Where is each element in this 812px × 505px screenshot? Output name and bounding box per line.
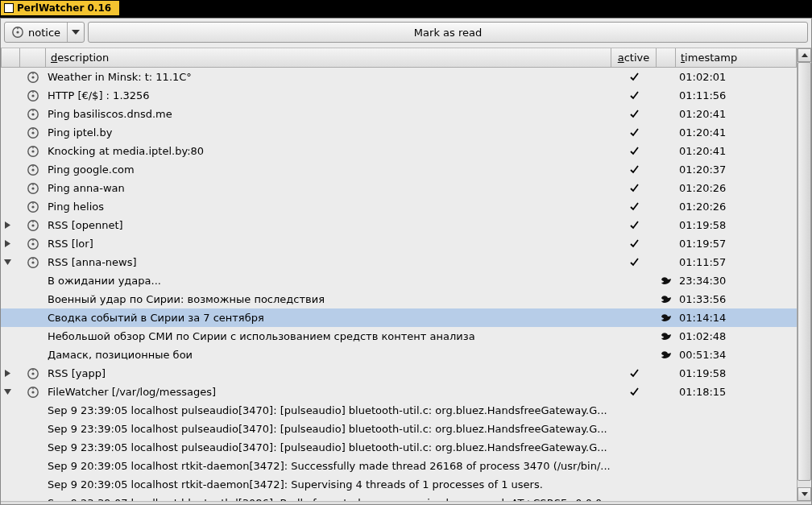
row-description: Небольшой обзор СМИ по Сирии с использов… — [46, 330, 611, 342]
scroll-down-button[interactable] — [798, 487, 811, 501]
table-row[interactable]: Sep 9 23:39:07 localhost bluetoothd[3086… — [1, 494, 797, 501]
window-control-icon[interactable] — [4, 3, 14, 13]
notice-icon — [20, 256, 46, 269]
table-row[interactable]: Sep 9 20:39:05 localhost rtkit-daemon[34… — [1, 457, 797, 475]
header-active[interactable]: active — [611, 48, 657, 67]
table-row[interactable]: Knocking at media.iptel.by:8001:20:41 — [1, 142, 797, 160]
row-active-checkbox[interactable] — [611, 110, 657, 118]
row-active-checkbox[interactable] — [611, 147, 657, 155]
svg-point-17 — [31, 205, 34, 208]
row-description: Sep 9 20:39:05 localhost rtkit-daemon[34… — [46, 460, 611, 472]
svg-point-7 — [31, 113, 34, 115]
row-description: RSS [lor] — [46, 238, 611, 250]
mark-as-read-button[interactable]: Mark as read — [88, 22, 808, 43]
news-bird-icon — [657, 350, 676, 360]
table-row[interactable]: Ping helios01:20:26 — [1, 197, 797, 216]
news-bird-icon — [657, 332, 676, 341]
table-row[interactable]: RSS [opennet]01:19:58 — [1, 216, 797, 234]
row-active-checkbox[interactable] — [611, 72, 657, 81]
table-row[interactable]: Weather in Minsk: t: 11.1C°01:02:01 — [1, 68, 797, 86]
row-timestamp: 01:20:26 — [676, 201, 797, 213]
notice-icon — [20, 386, 46, 399]
row-active-checkbox[interactable] — [611, 128, 657, 137]
header-icon[interactable] — [20, 48, 46, 67]
notice-combo-main[interactable]: notice — [5, 23, 68, 42]
notice-icon — [20, 126, 46, 139]
row-description: Ping helios — [46, 201, 611, 213]
header-timestamp[interactable]: timestamp — [676, 48, 797, 67]
table-row[interactable]: В ожидании удара...23:34:30 — [1, 271, 797, 290]
notice-combo-arrow[interactable] — [68, 23, 84, 42]
row-active-checkbox[interactable] — [611, 202, 657, 211]
row-description: Дамаск, позиционные бои — [46, 349, 611, 361]
svg-point-3 — [31, 76, 34, 78]
expand-toggle[interactable] — [1, 240, 20, 247]
row-description: Ping basiliscos.dnsd.me — [46, 108, 611, 120]
row-active-checkbox[interactable] — [611, 91, 657, 100]
table-row[interactable]: RSS [anna-news]01:11:57 — [1, 253, 797, 271]
table-row[interactable]: HTTP [€/$] : 1.325601:11:56 — [1, 86, 797, 105]
row-timestamp: 01:20:41 — [676, 145, 797, 157]
table-row[interactable]: Дамаск, позиционные бои00:51:34 — [1, 346, 797, 364]
header-expand[interactable] — [1, 48, 20, 67]
svg-point-21 — [31, 242, 34, 245]
chevron-down-icon — [802, 492, 808, 496]
table-row[interactable]: Sep 9 23:39:05 localhost pulseaudio[3470… — [1, 401, 797, 420]
svg-point-13 — [31, 168, 34, 171]
table-row[interactable]: Сводка событий в Сирии за 7 сентября01:1… — [1, 308, 797, 327]
expand-toggle[interactable] — [1, 388, 20, 395]
svg-point-15 — [31, 187, 34, 189]
table-row[interactable]: Ping anna-wan01:20:26 — [1, 179, 797, 197]
svg-point-9 — [31, 131, 34, 134]
svg-point-25 — [31, 372, 34, 375]
row-active-checkbox[interactable] — [611, 165, 657, 174]
row-timestamp: 01:19:57 — [676, 238, 797, 250]
row-active-checkbox[interactable] — [611, 221, 657, 230]
row-description: Ping iptel.by — [46, 126, 611, 139]
window-body: notice Mark as read description active t… — [0, 18, 812, 505]
svg-point-1 — [16, 31, 19, 33]
window-title: PerlWatcher 0.16 — [17, 2, 111, 14]
header-news[interactable] — [657, 48, 676, 67]
notice-combo[interactable]: notice — [4, 22, 85, 43]
table-row[interactable]: RSS [lor]01:19:57 — [1, 234, 797, 253]
header-description[interactable]: description — [46, 48, 611, 67]
expand-toggle[interactable] — [1, 370, 20, 377]
row-timestamp: 01:33:56 — [676, 293, 797, 305]
row-timestamp: 01:19:58 — [676, 367, 797, 379]
scroll-up-button[interactable] — [798, 48, 811, 62]
expand-toggle[interactable] — [1, 221, 20, 229]
table-row[interactable]: Sep 9 23:39:05 localhost pulseaudio[3470… — [1, 420, 797, 438]
table-row[interactable]: RSS [yapp]01:19:58 — [1, 364, 797, 383]
svg-point-11 — [31, 150, 34, 152]
row-active-checkbox[interactable] — [611, 387, 657, 396]
row-timestamp: 01:20:41 — [676, 108, 797, 120]
table-row[interactable]: Небольшой обзор СМИ по Сирии с использов… — [1, 327, 797, 346]
news-bird-icon — [657, 313, 676, 323]
table-row[interactable]: Sep 9 20:39:05 localhost rtkit-daemon[34… — [1, 475, 797, 494]
row-active-checkbox[interactable] — [611, 369, 657, 378]
scroll-thumb[interactable] — [798, 62, 811, 481]
row-active-checkbox[interactable] — [611, 184, 657, 192]
table-row[interactable]: Ping google.com01:20:37 — [1, 160, 797, 179]
table-row[interactable]: Ping basiliscos.dnsd.me01:20:41 — [1, 105, 797, 123]
row-active-checkbox[interactable] — [611, 258, 657, 267]
expand-toggle[interactable] — [1, 259, 20, 266]
svg-point-19 — [31, 224, 34, 226]
table-row[interactable]: Военный удар по Сирии: возможные последс… — [1, 290, 797, 308]
notice-icon — [20, 367, 46, 380]
table-row[interactable]: Ping iptel.by01:20:41 — [1, 123, 797, 142]
row-description: Sep 9 23:39:05 localhost pulseaudio[3470… — [46, 404, 611, 416]
row-description: Сводка событий в Сирии за 7 сентября — [46, 312, 611, 324]
titlebar-tab[interactable]: PerlWatcher 0.16 — [0, 0, 120, 16]
notice-icon — [20, 108, 46, 121]
notice-icon — [20, 71, 46, 84]
row-active-checkbox[interactable] — [611, 239, 657, 248]
row-description: В ожидании удара... — [46, 275, 611, 287]
notice-icon — [11, 26, 24, 39]
table-row[interactable]: Sep 9 23:39:05 localhost pulseaudio[3470… — [1, 438, 797, 457]
table-row[interactable]: FileWatcher [/var/log/messages]01:18:15 — [1, 383, 797, 401]
vertical-scrollbar[interactable] — [797, 48, 811, 501]
chevron-down-icon — [72, 30, 80, 35]
notice-icon — [20, 145, 46, 158]
